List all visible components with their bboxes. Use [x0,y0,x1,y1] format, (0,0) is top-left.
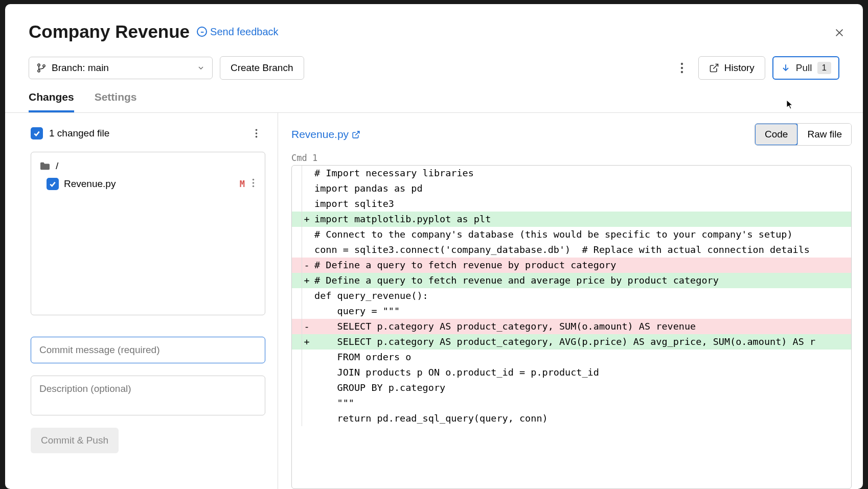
diff-line: - SELECT p.category AS product_category,… [292,319,851,334]
diff-line: def query_revenue(): [292,288,851,304]
check-icon [33,129,41,137]
view-toggle: Code Raw file [755,123,852,146]
view-raw-button[interactable]: Raw file [797,124,851,145]
changed-files-label: 1 changed file [49,128,241,139]
cell-label: Cmd 1 [291,153,852,163]
file-header: Revenue.py Code Raw file [291,123,852,146]
commit-push-button[interactable]: Commit & Push [31,428,119,453]
cursor-icon [786,100,794,110]
kebab-icon [255,128,258,138]
svg-point-11 [255,132,257,134]
history-button[interactable]: History [698,56,765,80]
diff-line: return pd.read_sql_query(query, conn) [292,411,851,426]
tab-changes[interactable]: Changes [29,89,74,112]
modified-badge: M [240,179,245,189]
diff-line: query = """ [292,304,851,319]
svg-line-8 [713,64,718,69]
branch-selector[interactable]: Branch: main [29,57,213,79]
diff-line: GROUP BY p.category [292,380,851,395]
commit-message-input[interactable] [31,337,265,363]
file-tree: / Revenue.py M [31,152,265,315]
kebab-icon [252,178,255,188]
content-body: 1 changed file / [5,113,863,489]
file-name: Revenue.py [64,178,116,190]
svg-point-3 [38,70,40,72]
close-icon [834,27,845,38]
git-branch-icon [36,63,47,73]
svg-point-4 [43,65,45,67]
changed-files-header: 1 changed file [31,124,265,143]
file-link[interactable]: Revenue.py [291,128,360,141]
modal-header: Company Revenue ••• Send feedback [5,4,863,56]
chevron-down-icon [197,64,205,72]
commit-description-input[interactable] [31,376,265,415]
tab-bar: Changes Settings [5,89,863,113]
close-button[interactable] [831,25,848,41]
diff-line: FROM orders o [292,350,851,365]
file-checkbox[interactable] [47,178,59,190]
page-title: Company Revenue [29,21,190,42]
svg-point-14 [253,182,255,184]
branch-label: Branch: main [52,62,109,74]
diff-viewer: Revenue.py Code Raw file Cmd 1 # Import … [278,113,863,489]
kebab-icon [680,62,683,74]
diff-line: import sqlite3 [292,196,851,212]
sidebar: 1 changed file / [5,113,278,489]
svg-point-12 [255,136,257,138]
feedback-label: Send feedback [210,26,278,38]
file-more-button[interactable] [250,178,257,190]
svg-point-7 [681,71,683,73]
diff-line: # Connect to the company's database (thi… [292,227,851,242]
diff-line: JOIN products p ON o.product_id = p.prod… [292,365,851,380]
tab-settings[interactable]: Settings [95,89,137,112]
svg-line-16 [355,131,359,135]
diff-line: conn = sqlite3.connect('company_database… [292,242,851,258]
commit-panel: Commit & Push [31,337,265,453]
diff-line: -# Define a query to fetch revenue by pr… [292,258,851,273]
diff-content[interactable]: # Import necessary librariesimport panda… [291,165,852,489]
svg-point-10 [255,129,257,131]
external-link-icon [352,130,360,139]
view-code-button[interactable]: Code [755,123,798,146]
svg-point-5 [681,63,683,65]
toolbar: Branch: main Create Branch History [5,56,863,89]
modal-dialog: Company Revenue ••• Send feedback Branch… [5,4,863,489]
send-feedback-link[interactable]: ••• Send feedback [197,26,278,38]
diff-line: """ [292,395,851,411]
mouse-cursor [786,100,794,111]
diff-line: + SELECT p.category AS product_category,… [292,334,851,350]
svg-point-6 [681,67,683,69]
diff-line: +# Define a query to fetch revenue and a… [292,273,851,288]
diff-line: import pandas as pd [292,181,851,196]
select-all-checkbox[interactable] [31,127,43,139]
svg-point-13 [253,178,255,180]
svg-point-2 [38,64,40,66]
more-options-button[interactable] [673,59,691,77]
tree-file-row[interactable]: Revenue.py M [37,175,259,193]
download-arrow-icon [781,63,791,73]
create-branch-button[interactable]: Create Branch [220,56,304,80]
pull-count-badge: 1 [817,62,831,74]
external-link-icon [709,63,719,73]
pull-button[interactable]: Pull 1 [772,56,839,80]
chat-icon: ••• [197,27,207,37]
folder-icon [39,161,51,171]
diff-line: # Import necessary libraries [292,166,851,181]
diff-line: +import matplotlib.pyplot as plt [292,212,851,227]
svg-point-15 [253,185,255,187]
check-icon [49,180,57,188]
tree-root[interactable]: / [37,157,259,175]
sidebar-more-button[interactable] [247,124,265,143]
